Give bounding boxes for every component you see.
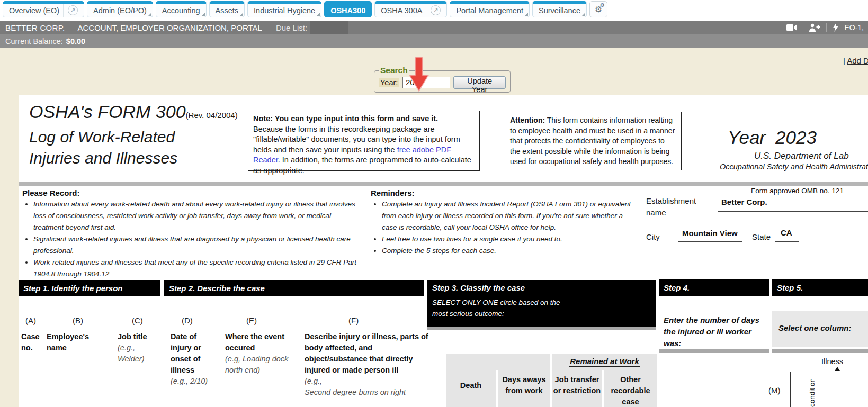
job-title-example: (e.g., Welder) — [118, 342, 161, 365]
reminder-bullet: Complete an Injury and Illness Incident … — [382, 198, 636, 233]
eo-list-text: EO-1, — [844, 23, 864, 32]
tab-overview-eo[interactable]: Overview (EO) ↗ — [3, 1, 84, 17]
step3-gray-strip — [427, 327, 656, 330]
tab-label: Portal Management — [456, 6, 523, 15]
menu-corner-icon — [240, 13, 243, 16]
establishment-underline — [718, 211, 868, 212]
tab-portal-management[interactable]: Portal Management — [450, 1, 530, 17]
please-record-list: Information about every work-related dea… — [24, 198, 359, 280]
agency-line: Occupational Safety and Health Administr… — [720, 162, 868, 171]
column-title-describe-injury: Describe injury or illness, parts of bod… — [305, 331, 433, 398]
establishment-label: Establishment name — [646, 195, 705, 219]
describe-example-line1: (e.g., — [305, 376, 433, 387]
illness-pointer-icon — [835, 367, 840, 371]
divider — [803, 23, 803, 32]
left-margin-strip — [0, 95, 19, 407]
city-underline — [678, 241, 742, 242]
menu-corner-icon — [582, 13, 585, 16]
tab-osha300a[interactable]: OSHA 300A ↗ — [374, 1, 447, 17]
tab-label: Admin (EO/PO) — [93, 6, 147, 15]
popout-icon[interactable]: ↗ — [431, 5, 441, 15]
tab-accounting[interactable]: Accounting — [156, 1, 207, 17]
step3-title: Step 3. Classify the case — [432, 283, 656, 292]
step3-header: Step 3. Classify the case SELECT ONLY ON… — [427, 280, 656, 327]
state-label: State — [752, 231, 771, 243]
column-letter-e: (E) — [246, 316, 257, 325]
illness-label: Illness — [821, 357, 843, 366]
form-title-text: OSHA's FORM 300 — [29, 102, 186, 122]
update-year-button[interactable]: Update Year — [453, 76, 506, 89]
record-bullet: Work-related injuries and illnesses that… — [33, 257, 359, 280]
company-name: BETTER CORP. — [5, 23, 65, 32]
state-value[interactable]: CA — [781, 228, 792, 237]
tab-surveillance[interactable]: Surveillance — [532, 1, 587, 17]
popout-icon[interactable]: ↗ — [68, 5, 78, 15]
illness-column-box — [790, 372, 868, 407]
menu-corner-icon — [317, 13, 320, 16]
establishment-value[interactable]: Better Corp. — [721, 197, 767, 206]
reminder-bullet: Feel free to use two lines for a single … — [382, 233, 636, 245]
popout-wrap: ↗ — [426, 4, 441, 17]
city-value[interactable]: Mountain View — [682, 229, 738, 238]
form-subtitle: Log of Work-Related Injuries and Illness… — [29, 126, 177, 169]
tab-label: OSHA300 — [330, 6, 365, 15]
due-list-box[interactable] — [310, 21, 348, 34]
link-separator: | — [843, 56, 845, 65]
classify-days-away: Days aways from work — [498, 374, 550, 396]
remained-at-work-text: Remained at Work — [569, 357, 640, 367]
tab-label: Surveillance — [539, 6, 580, 15]
step4-gray-strip — [659, 349, 769, 353]
step3-subtitle: SELECT ONLY ONE circle based on the most… — [432, 297, 656, 319]
please-record-heading: Please Record: — [22, 188, 79, 197]
step5-description: Select one column: — [778, 323, 852, 332]
context-scope: ACCOUNT, EMPLOYER ORGANIZATION, PORTAL — [78, 23, 262, 32]
state-underline — [775, 241, 799, 242]
settings-gear-button[interactable]: ⚙ ⚙ — [589, 1, 607, 17]
tab-admin-eo-po[interactable]: Admin (EO/PO) — [87, 1, 153, 17]
step3-subtitle-line1: SELECT ONLY ONE circle based on the — [432, 297, 656, 308]
attention-box: Attention: This form contains informatio… — [505, 112, 682, 170]
where-title-text: Where the event occured — [225, 331, 306, 354]
red-annotation-arrow — [409, 57, 429, 92]
add-link[interactable]: Add D — [847, 56, 868, 65]
step2-header: Step 2. Describe the case — [164, 280, 424, 296]
lightning-bolt-icon[interactable] — [833, 23, 838, 32]
city-label: City — [646, 231, 660, 243]
form-year-value: 2023 — [775, 127, 817, 148]
popout-wrap: ↗ — [63, 4, 78, 17]
tab-assets[interactable]: Assets — [209, 1, 245, 17]
classify-death: Death — [446, 380, 496, 391]
due-list-label: Due List: — [276, 23, 307, 32]
department-line: U.S. Department of Lab — [754, 151, 849, 161]
job-title-text: Job title — [118, 331, 161, 342]
reminders-heading: Reminders: — [371, 188, 415, 197]
column-title-date-of-injury: Date of injury or onset of illness (e.g.… — [171, 331, 217, 387]
search-row: Year: Update Year — [379, 76, 506, 89]
balance-label: Current Balance: — [5, 37, 63, 46]
step5-gray-strip — [772, 349, 868, 353]
app-window: Overview (EO) ↗ Admin (EO/PO) Accounting… — [0, 0, 868, 407]
rotated-partial-left: r — [792, 398, 800, 407]
search-fieldset: Search Year: Update Year — [374, 66, 511, 93]
step5-header: Step 5. — [772, 279, 868, 296]
form-revision: (Rev. 04/2004) — [186, 111, 238, 120]
form-subtitle-line1: Log of Work-Related — [29, 126, 177, 148]
context-bar: BETTER CORP. ACCOUNT, EMPLOYER ORGANIZAT… — [0, 21, 868, 34]
tab-label: Assets — [216, 6, 239, 15]
context-bar-actions: EO-1, — [786, 23, 868, 32]
step3-subtitle-line2: most serious outcome: — [432, 308, 656, 319]
tab-osha300[interactable]: OSHA300 — [324, 1, 372, 17]
form-year-label: Year — [728, 127, 766, 148]
reminders-list: Complete an Injury and Illness Incident … — [373, 198, 636, 257]
tab-industrial-hygiene[interactable]: Industrial Hygiene — [247, 1, 321, 17]
date-title-text: Date of injury or onset of illness — [171, 331, 217, 376]
classify-remained-at-work: Remained at Work — [552, 356, 657, 367]
balance-bar: Current Balance: $0.00 — [0, 34, 868, 48]
classify-other-recordable: Other recordable case — [604, 374, 657, 407]
menu-corner-icon — [202, 13, 205, 16]
column-letter-d: (D) — [182, 316, 193, 325]
video-camera-icon[interactable] — [786, 24, 797, 31]
note-box: Note: You can type input into this form … — [248, 111, 480, 171]
add-user-icon[interactable] — [809, 23, 820, 32]
record-bullet: Significant work-related injuries and il… — [33, 233, 359, 257]
